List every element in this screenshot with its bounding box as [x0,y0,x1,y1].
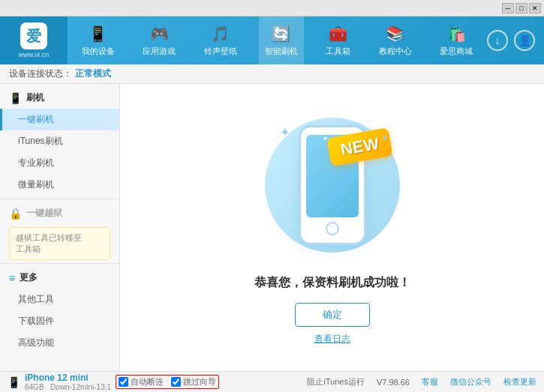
nav-label-apps-games: 应用游戏 [143,46,176,57]
itunes-status: 阻止iTunes运行 [307,376,365,388]
sidebar-item-other-tools[interactable]: 其他工具 [0,289,119,310]
nav-item-smart-flash[interactable]: 🔄 智能刷机 [259,16,304,64]
nav-item-my-device[interactable]: 📱 我的设备 [76,16,121,64]
flash-section-label: 刷机 [26,91,44,104]
customer-service-link[interactable]: 客服 [422,376,438,388]
sidebar-item-micro-flash[interactable]: 微量刷机 [0,174,119,196]
jailbreak-section-icon: 🔒 [9,208,22,220]
advanced-label: 高级功能 [18,337,54,348]
check-update-link[interactable]: 检查更新 [503,376,536,388]
auto-launch-input[interactable] [119,377,128,387]
sparkle-top-left: ✦ [280,125,290,139]
sidebar-item-itunes-flash[interactable]: iTunes刷机 [0,130,119,152]
one-click-flash-label: 一键刷机 [18,114,54,124]
new-badge-text: NEW [339,133,380,159]
device-name: iPhone 12 mini [25,373,111,383]
nav-label-tutorials: 教程中心 [379,46,412,57]
skip-wizard-label: 跳过向导 [183,376,216,388]
pro-flash-label: 专业刷机 [18,157,54,168]
confirm-button[interactable]: 确定 [295,303,370,327]
sidebar-section-more[interactable]: ≡ 更多 [0,267,119,289]
micro-flash-label: 微量刷机 [18,179,54,190]
sidebar-item-pro-flash[interactable]: 专业刷机 [0,152,119,174]
store-icon: 🛍️ [447,25,466,43]
content-panel: NEW ✦ ✦ 恭喜您，保资料刷机成功啦！ 确定 查看日志 [120,84,544,371]
sidebar-item-download-firmware[interactable]: 下载固件 [0,310,119,332]
toolbox-icon: 🧰 [329,25,347,43]
nav-items: 📱 我的设备 🎮 应用游戏 🎵 铃声壁纸 🔄 智能刷机 🧰 工具箱 📚 教程中心… [68,16,487,64]
sidebar-divider-1 [0,199,119,199]
device-icon: 📱 [89,25,107,43]
download-firmware-label: 下载固件 [18,316,54,326]
view-log-link[interactable]: 查看日志 [314,333,350,346]
phone-home-button [326,222,339,235]
nav-item-tutorials[interactable]: 📚 教程中心 [373,16,418,64]
close-button[interactable]: ✕ [529,3,541,13]
bottom-right: 阻止iTunes运行 V7.98.66 客服 微信公众号 检查更新 [307,376,536,388]
sidebar: 📱 刷机 一键刷机 iTunes刷机 专业刷机 微量刷机 🔒 一键越狱 越狱工具… [0,84,120,371]
nav-item-store[interactable]: 🛍️ 爱思商城 [434,16,479,64]
status-bar: 设备连接状态： 正常模式 [0,64,544,84]
more-section-icon: ≡ [9,272,15,284]
auto-launch-label: 自动断连 [131,376,164,388]
wechat-public-link[interactable]: 微信公众号 [450,376,491,388]
sidebar-section-flash[interactable]: 📱 刷机 [0,87,119,109]
user-button[interactable]: 👤 [514,30,535,51]
window-controls[interactable]: ─ □ ✕ [502,3,541,13]
minimize-button[interactable]: ─ [502,3,514,13]
smart-flash-icon: 🔄 [272,25,290,43]
more-section-label: 更多 [20,271,38,284]
logo[interactable]: 爱 www.i4.cn [0,16,68,64]
sidebar-item-advanced[interactable]: 高级功能 [0,332,119,354]
title-bar: ─ □ ✕ [0,0,544,16]
sparkle-top-right: ✦ [381,133,389,143]
skip-wizard-input[interactable] [171,377,181,387]
status-value: 正常模式 [75,67,111,80]
itunes-flash-label: iTunes刷机 [18,136,63,146]
nav-right-controls: ↓ 👤 [487,30,544,51]
auto-launch-checkbox[interactable]: 自动断连 [119,376,164,388]
nav-label-my-device: 我的设备 [82,46,115,57]
nav-label-ringtones: 铃声壁纸 [204,46,237,57]
ringtones-icon: 🎵 [211,25,230,43]
maximize-button[interactable]: □ [515,3,527,13]
nav-item-ringtones[interactable]: 🎵 铃声壁纸 [198,16,243,64]
nav-label-store: 爱思商城 [440,46,473,57]
device-icon-bottom: 📱 [8,376,20,388]
success-message: 恭喜您，保资料刷机成功啦！ [254,275,410,291]
nav-item-toolbox[interactable]: 🧰 工具箱 [320,16,356,64]
jailbreak-note: 越狱工具已转移至工具箱 [9,227,110,260]
phone-illustration: NEW ✦ ✦ [257,110,407,260]
tutorials-icon: 📚 [386,25,404,43]
nav-label-smart-flash: 智能刷机 [265,46,298,57]
sidebar-divider-2 [0,263,119,264]
download-button[interactable]: ↓ [487,30,508,51]
logo-url: www.i4.cn [19,51,50,58]
sidebar-section-jailbreak[interactable]: 🔒 一键越狱 [0,202,119,224]
other-tools-label: 其他工具 [18,294,54,304]
device-info: iPhone 12 mini 64GB Down-12mini-13,1 [25,373,111,391]
version-text: V7.98.66 [377,378,410,387]
bottom-bar: 📱 iPhone 12 mini 64GB Down-12mini-13,1 自… [0,371,544,392]
main-layout: 📱 刷机 一键刷机 iTunes刷机 专业刷机 微量刷机 🔒 一键越狱 越狱工具… [0,84,544,371]
sidebar-item-one-click-flash[interactable]: 一键刷机 [0,109,119,130]
device-details: 64GB Down-12mini-13,1 [25,383,111,391]
nav-item-apps-games[interactable]: 🎮 应用游戏 [137,16,182,64]
logo-icon: 爱 [20,22,47,49]
jailbreak-section-label: 一键越狱 [26,207,62,220]
skip-wizard-checkbox[interactable]: 跳过向导 [171,376,216,388]
status-prefix: 设备连接状态： [9,67,72,80]
nav-label-toolbox: 工具箱 [326,46,350,57]
flash-section-icon: 📱 [9,92,22,104]
apps-icon: 🎮 [150,25,169,43]
header: 爱 www.i4.cn 📱 我的设备 🎮 应用游戏 🎵 铃声壁纸 🔄 智能刷机 … [0,16,544,64]
